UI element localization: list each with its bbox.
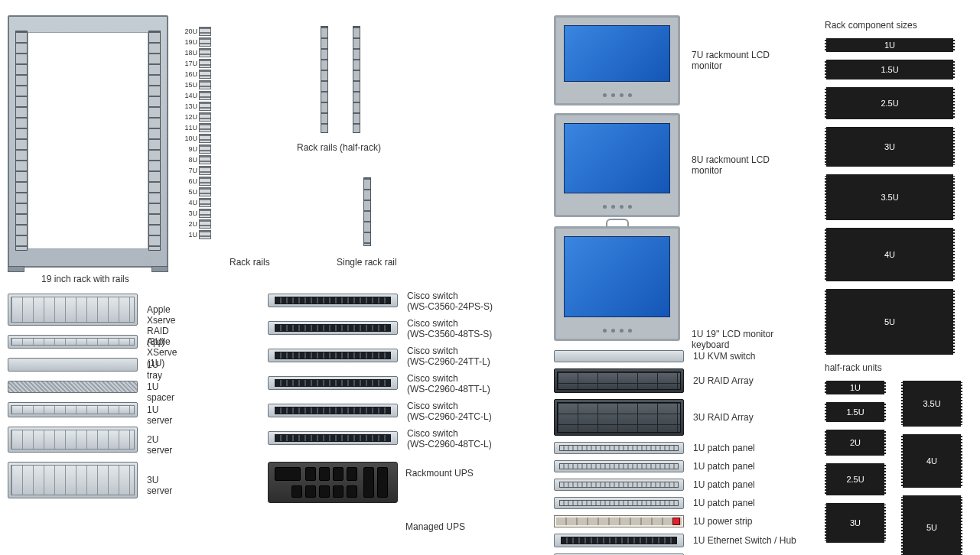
rail-unit: 10U <box>184 133 211 144</box>
size-4U: 4U <box>825 228 955 281</box>
size-3U: 3U <box>825 127 955 167</box>
patch-c-label: 1U patch panel <box>693 479 823 490</box>
cisco-2960-24tt <box>268 349 398 362</box>
eth-1u <box>554 534 684 547</box>
kvm-1u-label: 1U KVM switch <box>693 351 823 362</box>
raid-2u <box>554 368 684 393</box>
lcd-8u-label: 8U rackmount LCD monitor <box>692 154 799 176</box>
lcd-monitor-keyboard <box>554 226 680 341</box>
rail-unit: 4U <box>184 197 211 208</box>
lcd-7u-label: 7U rackmount LCD monitor <box>692 50 799 71</box>
half-size-2U: 2U <box>825 430 886 456</box>
rail-unit: 17U <box>184 58 211 69</box>
rackmount-ups <box>268 462 398 503</box>
size-1U: 1U <box>825 38 955 52</box>
server-2u <box>8 427 138 453</box>
half-size-3.5U: 3.5U <box>901 381 962 427</box>
kvm-1u <box>554 350 684 362</box>
rack-rails-numbered: 20U19U18U17U16U15U14U13U12U11U10U9U8U7U6… <box>184 26 211 240</box>
rack-rail-single <box>363 177 371 246</box>
cisco-3560-24ps <box>268 294 398 307</box>
rail-unit: 16U <box>184 69 211 80</box>
tray-label: 1U tray <box>147 359 162 381</box>
half-size-1U: 1U <box>825 381 886 394</box>
half-size-2.5U: 2.5U <box>825 463 886 495</box>
patch-b <box>554 460 684 472</box>
lcd-8u <box>554 113 680 217</box>
rack-rails-half <box>321 26 360 133</box>
cisco-2960-24tt-label: Cisco switch (WS-C2960-24TT-L) <box>407 346 490 367</box>
cisco-2960-48tc-label: Cisco switch (WS-C2960-48TC-L) <box>407 428 492 450</box>
cisco-2960-24tc-label: Cisco switch (WS-C2960-24TC-L) <box>407 401 492 422</box>
rail-unit: 9U <box>184 144 211 154</box>
patch-a <box>554 442 684 454</box>
half-size-3U: 3U <box>825 503 886 543</box>
rail-unit: 15U <box>184 80 211 90</box>
lcd-7u <box>554 15 680 105</box>
rack-19in-label: 19 inch rack with rails <box>41 274 129 284</box>
patch-c <box>554 479 684 491</box>
rail-unit: 5U <box>184 187 211 197</box>
rack-19in <box>8 15 168 268</box>
rail-unit: 19U <box>184 37 211 47</box>
size-1.5U: 1.5U <box>825 60 955 80</box>
half-size-4U: 4U <box>901 434 962 488</box>
rack-rail-single-label: Single rack rail <box>337 257 397 268</box>
raid-3u <box>554 399 684 436</box>
rail-unit: 11U <box>184 122 211 133</box>
size-2.5U: 2.5U <box>825 87 955 119</box>
sizes-half-title: half-rack units <box>825 362 882 373</box>
size-5U: 5U <box>825 289 955 355</box>
managed-ups-label: Managed UPS <box>405 521 465 532</box>
patch-d-label: 1U patch panel <box>693 498 823 508</box>
half-size-5U: 5U <box>901 495 962 555</box>
rack-rails-half-label: Rack rails (half-rack) <box>297 142 381 153</box>
cisco-3560-48ts <box>268 321 398 335</box>
sizes-title: Rack component sizes <box>825 20 917 31</box>
server-1u <box>8 402 138 417</box>
cisco-3560-24ps-label: Cisco switch (WS-C3560-24PS-S) <box>407 290 493 312</box>
xserve-raid <box>8 294 138 326</box>
raid-2u-label: 2U RAID Array <box>693 375 823 386</box>
rail-unit: 14U <box>184 90 211 101</box>
rail-unit: 8U <box>184 154 211 165</box>
patch-b-label: 1U patch panel <box>693 461 823 472</box>
rail-unit: 13U <box>184 101 211 112</box>
rack-rails-label: Rack rails <box>230 257 270 268</box>
rail-unit: 7U <box>184 165 211 176</box>
cisco-2960-48tc <box>268 431 398 445</box>
rail-unit: 12U <box>184 112 211 122</box>
patch-a-label: 1U patch panel <box>693 443 823 453</box>
spacer-label: 1U spacer <box>147 381 174 403</box>
power-strip <box>554 515 684 527</box>
cisco-2960-48tt-label: Cisco switch (WS-C2960-48TT-L) <box>407 373 490 394</box>
rail-unit: 2U <box>184 219 211 229</box>
half-size-1.5U: 1.5U <box>825 402 886 422</box>
raid-3u-label: 3U RAID Array <box>693 412 823 423</box>
rail-unit: 6U <box>184 176 211 187</box>
rail-unit: 3U <box>184 208 211 219</box>
spacer <box>8 381 138 393</box>
power-strip-label: 1U power strip <box>693 516 823 527</box>
cisco-2960-24tc <box>268 404 398 417</box>
rail-unit: 1U <box>184 229 211 240</box>
size-3.5U: 3.5U <box>825 174 955 220</box>
tray <box>8 358 138 372</box>
rackmount-ups-label: Rackmount UPS <box>405 468 474 479</box>
rail-unit: 20U <box>184 26 211 37</box>
patch-d <box>554 497 684 509</box>
server-3u <box>8 462 138 498</box>
server-2u-label: 2U server <box>147 434 172 456</box>
cisco-3560-48ts-label: Cisco switch (WS-C3560-48TS-S) <box>407 318 492 339</box>
lcd-monitor-keyboard-label: 1U 19'' LCD monitor keyboard <box>692 329 806 350</box>
eth-1u-label: 1U Ethernet Switch / Hub <box>693 535 823 546</box>
xserve <box>8 335 138 349</box>
server-3u-label: 3U server <box>147 475 172 496</box>
cisco-2960-48tt <box>268 376 398 390</box>
server-1u-label: 1U server <box>147 404 172 426</box>
rail-unit: 18U <box>184 47 211 58</box>
